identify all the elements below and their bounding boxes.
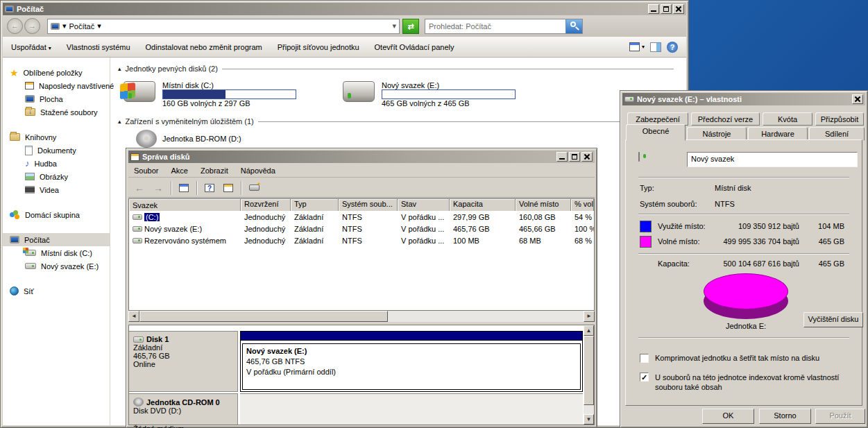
disk-management-titlebar[interactable]: Správa disků (128, 151, 595, 163)
drive-item-bdrom[interactable]: Jednotka BD-ROM (D:) (136, 130, 686, 148)
open-control-panel-button[interactable]: Otevřít Ovládací panely (375, 43, 454, 51)
console-tree-button[interactable] (176, 180, 192, 196)
disk-management-window: Správa disků Soubor Akce Zobrazit Nápově… (126, 148, 597, 428)
show-hide-button[interactable] (220, 180, 237, 196)
search-box[interactable]: Prohledat: Počítač (425, 19, 583, 34)
minimize-button[interactable] (648, 4, 659, 14)
sidebar-item-desktop[interactable]: Plocha (3, 92, 110, 105)
drive-name: Nový svazek (E:) (382, 81, 516, 89)
menu-action[interactable]: Akce (171, 166, 187, 175)
maximize-button[interactable] (569, 152, 580, 162)
cdrom-info-cell[interactable]: Jednotka CD-ROM 0 Disk DVD (D:) Žádné mé… (129, 393, 238, 425)
organize-button[interactable]: Uspořádat ▾ (11, 43, 51, 51)
disk-cleanup-button[interactable]: Vyčištění disku (803, 312, 863, 327)
index-checkbox[interactable]: ✓ (640, 373, 649, 382)
close-button[interactable] (581, 152, 593, 162)
collapse-arrow-icon[interactable]: ▴ (118, 65, 121, 72)
scrollbar-thumb[interactable] (139, 311, 388, 322)
table-row[interactable]: Rezervováno systémem Jednoduchý Základní… (129, 234, 594, 246)
sidebar-item-downloads[interactable]: Stažené soubory (3, 105, 110, 119)
tab-sharing[interactable]: Sdílení (809, 127, 865, 141)
table-row[interactable]: (C:) Jednoduchý Základní NTFS V pořádku … (129, 211, 594, 223)
scroll-right-icon[interactable]: ► (584, 311, 595, 322)
scroll-left-icon[interactable]: ◄ (128, 311, 139, 322)
sidebar-item-pictures[interactable]: Obrázky (3, 170, 110, 183)
ok-button[interactable]: OK (702, 409, 754, 424)
breadcrumb-chevron[interactable]: ▾ (62, 22, 67, 31)
chevron-down-icon: ▾ (642, 44, 645, 50)
sidebar-item-computer[interactable]: Počítač (3, 233, 110, 246)
volume-icon (133, 226, 142, 232)
tab-customize[interactable]: Přizpůsobit (815, 112, 864, 126)
apply-button[interactable]: Použít (815, 409, 865, 424)
volume-label-input[interactable]: Nový svazek (687, 152, 858, 167)
volume-block-e[interactable]: Nový svazek (E:) 465,76 GB NTFS V pořádk… (240, 331, 583, 392)
scrollbar-thumb[interactable] (584, 336, 594, 405)
maximize-button[interactable] (661, 4, 672, 14)
sidebar-item-documents[interactable]: Dokumenty (3, 144, 110, 157)
sidebar-item-local-disk-c[interactable]: Místní disk (C:) (3, 246, 110, 259)
group-header-removable[interactable]: ▴ Zařízení s vyměnitelným úložištěm (1) (118, 117, 679, 126)
address-bar[interactable]: ▾ Počítač ▾ ▾ (47, 19, 400, 34)
search-icon[interactable] (565, 19, 582, 33)
disk-settings-button[interactable] (246, 180, 262, 196)
tab-quota[interactable]: Kvóta (763, 112, 812, 126)
collapse-arrow-icon[interactable]: ▴ (118, 118, 121, 125)
sidebar-item-favorites[interactable]: ★ Oblíbené položky (3, 66, 110, 79)
menu-view[interactable]: Zobrazit (201, 166, 228, 175)
divider (638, 337, 849, 339)
volume-label-box[interactable]: Nový svazek (E:) 465,76 GB NTFS V pořádk… (242, 343, 581, 390)
compress-checkbox[interactable] (640, 354, 649, 363)
minimize-button[interactable] (556, 152, 568, 162)
uninstall-program-button[interactable]: Odinstalovat nebo změnit program (146, 43, 262, 51)
horizontal-scrollbar[interactable]: ◄ ► (128, 311, 595, 322)
sidebar-item-new-volume-e[interactable]: Nový svazek (E:) (3, 259, 110, 273)
back-button[interactable]: ← (7, 18, 23, 34)
system-properties-button[interactable]: Vlastnosti systému (67, 43, 130, 51)
refresh-button[interactable]: ⇄ (402, 19, 419, 34)
map-network-drive-button[interactable]: Připojit síťovou jednotku (278, 43, 359, 51)
tab-tools[interactable]: Nástroje (687, 127, 747, 141)
address-history-chevron[interactable]: ▾ (392, 22, 396, 31)
vertical-scrollbar[interactable]: ▲ ▼ (584, 325, 594, 425)
computer-icon (10, 236, 19, 243)
sidebar-item-network[interactable]: Síť (3, 284, 110, 298)
sidebar-item-libraries[interactable]: Knihovny (3, 130, 110, 144)
window-icon (179, 184, 189, 192)
breadcrumb[interactable]: Počítač (69, 22, 95, 31)
sidebar-item-recent[interactable]: Naposledy navštívené (3, 79, 110, 92)
tab-previous-versions[interactable]: Předchozí verze (691, 112, 760, 126)
disk-management-title: Správa disků (142, 153, 189, 161)
search-input[interactable]: Prohledat: Počítač (425, 22, 491, 31)
help-button[interactable]: ? (201, 180, 218, 196)
capacity-bar (382, 89, 516, 99)
cancel-button[interactable]: Storno (759, 409, 811, 424)
tab-general[interactable]: Obecné (626, 124, 686, 141)
menu-file[interactable]: Soubor (134, 166, 158, 175)
dialog-titlebar[interactable]: Nový svazek (E:) – vlastnosti (622, 93, 865, 105)
forward-button[interactable]: → (150, 180, 167, 196)
volume-table-header[interactable]: Svazek Rozvržení Typ Systém soub... Stav… (129, 199, 594, 211)
close-icon[interactable] (852, 94, 863, 104)
scroll-down-icon[interactable]: ▼ (584, 414, 594, 425)
help-icon[interactable]: ? (667, 42, 678, 53)
group-header-hard-drives[interactable]: ▴ Jednotky pevných disků (2) (118, 65, 679, 73)
explorer-titlebar[interactable]: Počítač (3, 3, 686, 15)
back-button[interactable]: ← (131, 180, 148, 196)
tab-hardware[interactable]: Hardware (748, 127, 808, 141)
table-row[interactable]: Nový svazek (E:) Jednoduchý Základní NTF… (129, 223, 594, 234)
preview-pane-icon[interactable] (650, 42, 661, 52)
drive-item-c[interactable]: Místní disk (C:) 160 GB volných z 297 GB (124, 81, 332, 108)
scroll-up-icon[interactable]: ▲ (584, 325, 594, 336)
views-button[interactable]: ▾ (629, 42, 645, 51)
forward-button[interactable]: → (24, 18, 40, 34)
sidebar-item-videos[interactable]: Videa (3, 183, 110, 196)
disk1-info-cell[interactable]: Disk 1 Základní 465,76 GB Online (129, 331, 238, 392)
sidebar-item-homegroup[interactable]: Domácí skupina (3, 208, 110, 221)
computer-icon (5, 6, 14, 12)
drive-item-e[interactable]: Nový svazek (E:) 465 GB volných z 465 GB (343, 81, 516, 108)
close-button[interactable] (673, 4, 684, 14)
menu-help[interactable]: Nápověda (241, 166, 275, 175)
sidebar-item-music[interactable]: ♪ Hudba (3, 157, 110, 170)
breadcrumb-chevron[interactable]: ▾ (97, 22, 101, 31)
